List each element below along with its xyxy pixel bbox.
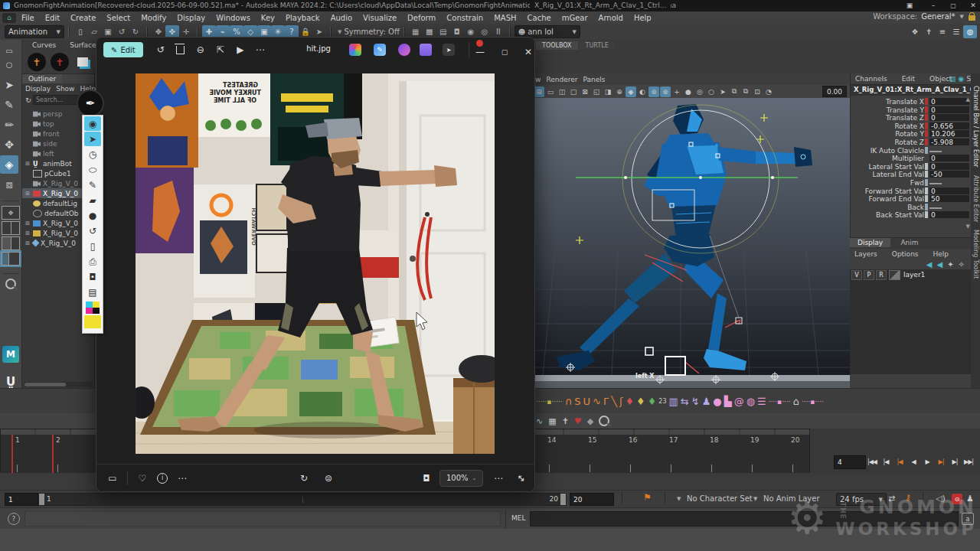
menu-visualize[interactable]: Visualize xyxy=(358,14,402,22)
layer-menu-options[interactable]: Options xyxy=(892,250,919,258)
yellow-swatch-icon[interactable] xyxy=(84,315,101,328)
character-icon[interactable]: ✝ xyxy=(922,25,936,38)
heart-icon[interactable]: ♥ xyxy=(574,416,582,426)
video-icon[interactable]: ▶ xyxy=(230,41,250,58)
channel-row[interactable]: Rotate Z-5.908 xyxy=(851,139,972,146)
layer-playback-toggle[interactable]: P xyxy=(864,270,874,280)
globe-icon[interactable]: ◍ xyxy=(746,393,755,411)
close-button[interactable]: ✕ xyxy=(968,1,978,10)
transport-button-7[interactable]: ▶▶| xyxy=(962,455,975,468)
menu-select[interactable]: Select xyxy=(101,14,136,22)
menu-edit[interactable]: Edit xyxy=(40,14,65,22)
pink-slider2-icon[interactable]: ····▪···· xyxy=(802,393,824,411)
channel-scroll-down-icon[interactable]: ▼ xyxy=(966,223,970,230)
visual-search-icon[interactable]: ⊜ xyxy=(318,470,338,487)
eraser-round-icon[interactable]: ⬭ xyxy=(84,162,101,177)
filter-icon[interactable]: ↻ xyxy=(24,96,33,104)
channel-row[interactable]: Rotate Y10.206 xyxy=(851,130,972,138)
tween-slider-icon[interactable]: ·····▪····· xyxy=(536,393,563,411)
minimize-button[interactable]: – xyxy=(928,1,939,10)
designer-icon[interactable] xyxy=(349,44,361,56)
tab-display[interactable]: Display xyxy=(850,238,890,247)
share-icon[interactable]: ⇱ xyxy=(211,41,230,58)
info-icon[interactable]: i xyxy=(152,470,172,487)
channel-value-field[interactable]: 0 xyxy=(929,155,969,161)
open-scene-icon[interactable]: ▱ xyxy=(87,25,101,38)
transport-button-5[interactable]: ▶| xyxy=(934,455,948,468)
outliner-menu-display[interactable]: Display xyxy=(25,85,51,93)
expand-icon[interactable]: ⊞ xyxy=(25,230,31,236)
menu-playback[interactable]: Playback xyxy=(280,14,325,22)
shelf-copy-icon[interactable] xyxy=(74,53,92,71)
channel-row[interactable]: Fwd xyxy=(851,179,972,187)
shelf-tab-toolbox[interactable]: TOOLBOX xyxy=(536,41,578,50)
keypose-red-icon[interactable]: ♦ xyxy=(625,393,634,411)
transport-button-4[interactable]: ▶ xyxy=(920,455,934,468)
shelf-tab-turtle[interactable]: TURTLE xyxy=(580,41,615,50)
cursor-icon[interactable]: ➤ xyxy=(84,132,101,146)
layer-menu-help[interactable]: Help xyxy=(933,250,949,258)
menu-file[interactable]: File xyxy=(16,14,40,22)
shelf-tab-curves[interactable]: Curves xyxy=(25,41,63,49)
move-tool[interactable]: ✥ xyxy=(0,135,18,154)
wireframe-icon[interactable]: ⊕ xyxy=(614,86,625,97)
menu-audio[interactable]: Audio xyxy=(325,14,358,22)
channel-value-field[interactable]: 0 xyxy=(929,114,969,121)
channel-row[interactable]: Lateral Start Val0 xyxy=(851,163,972,171)
channel-value-field[interactable]: 50 xyxy=(929,195,969,202)
pen-launcher-icon[interactable]: ✒ xyxy=(77,90,104,117)
channel-row[interactable]: Rotate X-0.656 xyxy=(851,122,972,130)
folder-icon[interactable]: ▙ xyxy=(724,393,732,411)
run-cycle-icon[interactable]: ↯ xyxy=(691,393,700,411)
search-icon[interactable] xyxy=(599,416,609,426)
delete-icon[interactable] xyxy=(171,41,191,58)
symmetry-status[interactable]: Symmetry: Off xyxy=(344,28,399,36)
camera-icon[interactable]: ◎ xyxy=(694,86,705,97)
channel-value-field[interactable]: 0 xyxy=(929,211,969,218)
window-minimize-icon[interactable]: — xyxy=(470,44,490,60)
window-maximize-icon[interactable]: ▢ xyxy=(495,44,514,60)
menu-cache[interactable]: Cache xyxy=(522,14,557,22)
channel-row[interactable]: Multiplier0 xyxy=(851,155,972,162)
menu-display[interactable]: Display xyxy=(172,14,211,22)
textured-icon[interactable]: ◐ xyxy=(637,86,648,97)
mirror-pose-icon[interactable]: ⇆ xyxy=(681,393,689,411)
menu-set-dropdown[interactable]: Animation▼ xyxy=(5,25,64,38)
xray-icon[interactable]: + xyxy=(671,86,682,97)
layout-two-pane[interactable] xyxy=(2,236,20,250)
hypershade-icon[interactable]: ❖ xyxy=(908,25,922,38)
menu-key[interactable]: Key xyxy=(256,14,280,22)
window-close-icon[interactable]: ✕ xyxy=(518,44,538,60)
menu-create[interactable]: Create xyxy=(65,14,101,22)
layer-move-up-icon[interactable]: ◀ xyxy=(926,260,933,269)
frame-23-icon[interactable]: 23 xyxy=(658,393,666,411)
pink-slider-icon[interactable]: ····▪···· xyxy=(769,393,791,411)
favorite-icon[interactable]: ♡ xyxy=(132,470,152,487)
exposure-field[interactable]: 0.00 xyxy=(822,86,847,97)
clipboard-icon[interactable]: ▤ xyxy=(84,285,101,299)
camera-icon[interactable]: ◘ xyxy=(84,269,101,284)
avatar-icon[interactable]: ● xyxy=(713,393,721,411)
set-key-icon[interactable]: ⚷ xyxy=(905,493,911,503)
more-icon[interactable]: ⋯ xyxy=(250,41,270,58)
joint-xray-icon[interactable]: ● xyxy=(683,86,694,97)
rotate-icon[interactable]: ↺ xyxy=(151,41,171,58)
edit-button[interactable]: ✎ Edit xyxy=(103,42,143,57)
keypose-yellow-icon[interactable]: ♦ xyxy=(636,393,645,411)
new-scene-icon[interactable]: ▯ xyxy=(74,25,87,38)
menu-deform[interactable]: Deform xyxy=(402,14,441,22)
channel-row[interactable]: IK Auto Clavicle xyxy=(851,147,972,155)
layout-four-pane[interactable] xyxy=(2,221,20,235)
rotate-tool[interactable]: ◈ xyxy=(0,155,18,174)
expand-icon[interactable]: ⊞ xyxy=(25,191,31,197)
keypose-green-icon[interactable]: ♦ xyxy=(648,393,657,411)
image-plane-icon[interactable]: ⊡ xyxy=(752,86,763,97)
channel-object-name[interactable]: X_Rig_V_01:X_Rt_Arm_A_Clav_1_Ctrl ... xyxy=(851,84,972,96)
range-end-handle[interactable] xyxy=(560,494,566,505)
layer-visible-toggle[interactable]: V xyxy=(851,270,862,280)
transport-button-6[interactable]: ▶| xyxy=(948,455,962,468)
shelf-dot-icon[interactable]: ○ xyxy=(0,58,18,70)
side-tab-0[interactable]: Channel Box / Layer Editor xyxy=(972,86,979,168)
transport-button-1[interactable]: |◀ xyxy=(879,455,893,468)
channel-value-field[interactable]: 10.206 xyxy=(929,130,969,137)
